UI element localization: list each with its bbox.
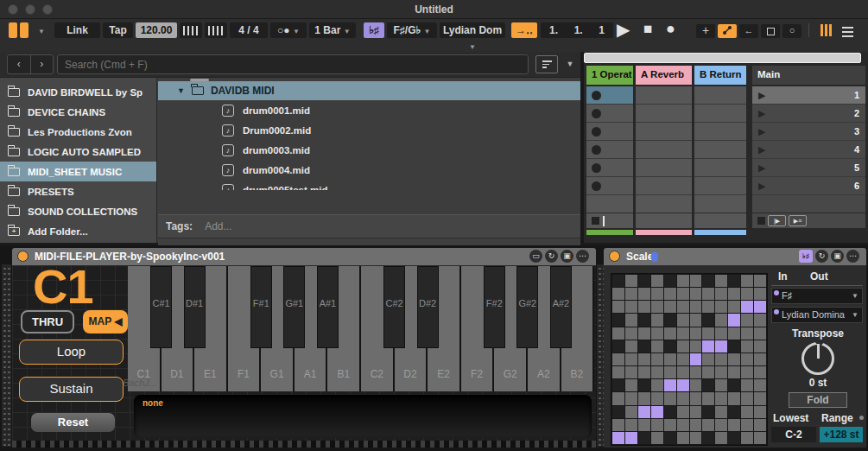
scale-grid-cell[interactable] [690,432,702,444]
scale-grid-cell[interactable] [664,288,676,300]
scale-grid-cell[interactable] [677,406,689,418]
scale-grid-cell[interactable] [690,392,702,404]
scene-play-icon[interactable]: ▶ [758,162,765,174]
play-button[interactable]: ▶ [617,19,630,40]
scale-grid-cell[interactable] [651,275,663,287]
device-drag-handle[interactable] [2,264,11,447]
scale-grid-cell[interactable] [741,275,753,287]
scale-grid-cell[interactable] [638,379,650,391]
file-item[interactable]: ♪drum0004.mid [158,160,580,180]
scale-grid-cell[interactable] [715,353,727,365]
scale-grid-cell[interactable] [664,419,676,431]
arrangement-position-display[interactable]: 1. 1. 1 [541,22,613,38]
device-drag-handle[interactable] [597,264,604,447]
filter-icon[interactable] [535,55,558,73]
filter-dropdown-icon[interactable]: ▼ [561,55,579,73]
scale-grid-cell[interactable] [651,288,663,300]
reset-button[interactable]: Reset [31,413,115,432]
scale-grid-cell[interactable] [612,275,624,287]
logo-dropdown-icon[interactable]: ▼ [38,28,45,35]
automation-arm-button[interactable] [718,24,737,38]
session-record-button[interactable]: ○ [782,24,801,38]
back-to-arrangement-icon[interactable]: |▶ [768,215,786,226]
scale-grid-cell[interactable] [715,301,727,313]
clip-slot[interactable] [586,159,633,177]
clip-slot[interactable] [586,123,633,141]
scale-grid-cell[interactable] [690,327,702,340]
re-enable-automation-button[interactable]: ← [739,24,758,38]
scale-grid-cell[interactable] [715,392,727,404]
device-activator-button[interactable] [17,251,29,262]
scale-grid-cell[interactable] [702,366,714,378]
scale-grid-cell[interactable] [754,314,766,326]
scale-grid-cell[interactable] [754,379,766,391]
scale-grid-cell[interactable] [612,301,624,313]
scale-grid-cell[interactable] [651,366,663,378]
scale-grid-cell[interactable] [651,353,663,365]
follow-actions-icon[interactable]: ▶≡ [789,215,807,226]
scale-grid-cell[interactable] [677,301,689,313]
scale-grid-cell[interactable] [702,432,714,444]
scale-grid-cell[interactable] [690,406,702,418]
piano-key-black[interactable]: A#2 [550,266,572,348]
scale-grid-cell[interactable] [690,419,702,431]
tap-tempo-button[interactable]: Tap [103,22,133,38]
file-item[interactable]: ♪drum0005test.mid [158,180,580,190]
scale-grid-cell[interactable] [625,432,637,444]
scale-grid-cell[interactable] [677,392,689,404]
scale-grid-cell[interactable] [612,353,624,365]
scale-grid-cell[interactable] [638,340,650,353]
scale-grid-cell[interactable] [728,314,740,326]
expander-icon[interactable]: ▼ [177,86,185,95]
capture-midi-button[interactable] [761,24,780,38]
scale-grid-cell[interactable] [754,301,766,313]
scale-grid-cell[interactable] [638,432,650,444]
track-header-a-reverb[interactable]: A Reverb [636,66,692,85]
scale-grid-cell[interactable] [664,406,676,418]
scale-grid-cell[interactable] [664,340,676,353]
clip-slot[interactable] [586,86,633,105]
thru-button[interactable]: THRU [21,310,74,333]
scene-row[interactable]: ▶3 [752,123,865,141]
clip-stop-button[interactable] [592,217,599,225]
scale-grid-cell[interactable] [741,327,753,340]
clip-slot[interactable] [636,86,692,105]
scale-grid-cell[interactable] [741,353,753,365]
scale-grid-cell[interactable] [715,340,727,353]
search-input[interactable] [57,54,529,74]
stop-button[interactable]: ■ [643,21,652,38]
scale-grid-cell[interactable] [664,327,676,340]
scale-grid-cell[interactable] [612,340,624,353]
sidebar-item-device-chains[interactable]: DEVICE CHAINS [0,102,156,122]
link-button[interactable]: Link [54,22,100,38]
scale-grid-cell[interactable] [754,406,766,418]
scale-grid-cell[interactable] [638,366,650,378]
record-button[interactable]: ● [666,20,675,38]
scale-grid-cell[interactable] [715,314,727,326]
scale-grid-cell[interactable] [625,406,637,418]
scale-grid-cell[interactable] [728,288,740,300]
scale-grid-cell[interactable] [651,419,663,431]
scale-grid-cell[interactable] [625,419,637,431]
device-view-icon[interactable]: ▭ [529,250,542,263]
scale-grid-cell[interactable] [677,314,689,326]
tempo-field[interactable]: 120.00 [136,22,177,38]
clip-slot[interactable] [586,141,633,159]
device-activator-button[interactable] [609,251,620,262]
sidebar-item-logic-auto-sampled[interactable]: LOGIC AUTO SAMPLED [0,142,156,162]
clip-slot[interactable] [636,159,692,177]
scale-grid-cell[interactable] [728,340,740,353]
scale-grid-cell[interactable] [638,288,650,300]
sidebar-item-add-folder-[interactable]: +Add Folder... [0,221,156,241]
sidebar-item-les-productions-zvon[interactable]: Les Productions Zvon [0,122,156,142]
piano-key-black[interactable]: C#2 [383,266,405,348]
scale-grid-cell[interactable] [702,406,714,418]
back-button[interactable]: ‹ [8,55,31,73]
follow-button[interactable]: →‥ [511,22,537,38]
device-title-bar[interactable]: Scale ♭♯ ↻ ▣ ⋯ [604,248,866,265]
scale-grid-cell[interactable] [702,288,714,300]
scale-grid-cell[interactable] [638,314,650,326]
map-button[interactable]: MAP ◀ [83,310,128,333]
scale-grid-cell[interactable] [741,432,753,444]
scale-grid-cell[interactable] [625,327,637,340]
